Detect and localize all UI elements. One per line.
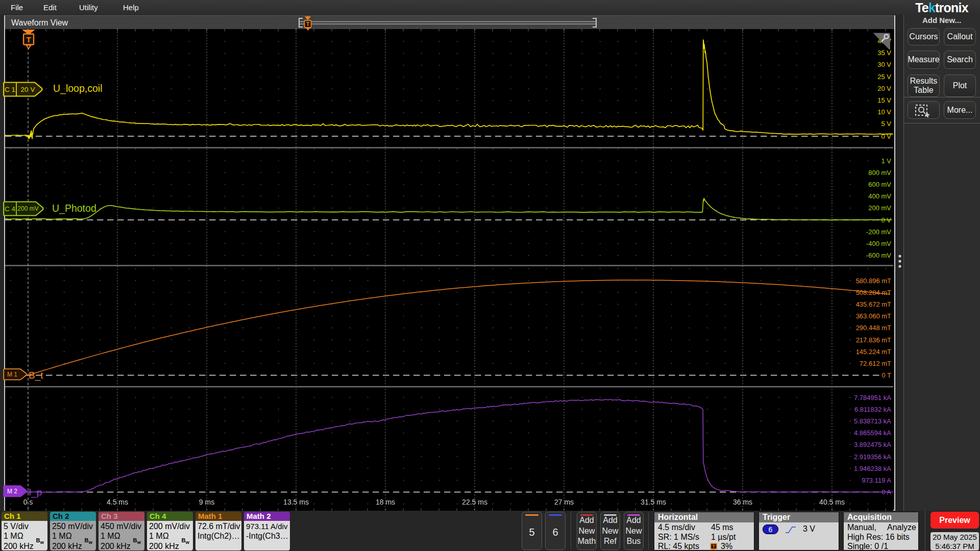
svg-text:72.612 mT: 72.612 mT (860, 360, 891, 367)
svg-text:30 V: 30 V (877, 61, 891, 68)
svg-text:25 V: 25 V (877, 73, 891, 81)
svg-text:2.919356 kA: 2.919356 kA (854, 453, 891, 461)
svg-text:U_Photod: U_Photod (52, 203, 96, 214)
svg-text:T: T (712, 544, 715, 549)
svg-text:600 mV: 600 mV (868, 181, 891, 188)
svg-text:18 ms: 18 ms (376, 498, 395, 506)
svg-text:200 mV: 200 mV (17, 205, 38, 212)
svg-text:3.892475 kA: 3.892475 kA (854, 441, 891, 448)
svg-text:10 V: 10 V (877, 108, 891, 116)
svg-text:31.5 ms: 31.5 ms (641, 498, 666, 506)
svg-text:20 V: 20 V (877, 85, 891, 92)
svg-text:4.5 ms: 4.5 ms (107, 498, 128, 506)
svg-text:M 2: M 2 (7, 488, 17, 495)
svg-text:T: T (306, 21, 310, 27)
svg-text:27 ms: 27 ms (554, 498, 574, 506)
svg-text:217.836 mT: 217.836 mT (856, 336, 891, 344)
svg-text:-400 mV: -400 mV (866, 240, 891, 247)
svg-text:6.811832 kA: 6.811832 kA (854, 406, 891, 413)
svg-text:13.5 ms: 13.5 ms (283, 498, 309, 506)
svg-text:U_loop,coil: U_loop,coil (53, 83, 102, 94)
svg-text:290.448 mT: 290.448 mT (856, 324, 891, 332)
svg-text:C 4: C 4 (5, 205, 16, 213)
svg-text:4.865594 kA: 4.865594 kA (854, 429, 891, 437)
svg-text:400 mV: 400 mV (868, 192, 891, 200)
svg-text:5 V: 5 V (881, 120, 891, 128)
svg-text:7.784951 kA: 7.784951 kA (854, 394, 891, 402)
svg-text:M 1: M 1 (7, 371, 17, 378)
svg-text:36 ms: 36 ms (733, 498, 752, 506)
svg-text:580.896 mT: 580.896 mT (856, 277, 891, 285)
svg-text:973.119 A: 973.119 A (862, 477, 891, 484)
svg-text:22.5 ms: 22.5 ms (462, 498, 487, 506)
svg-text:40.5 ms: 40.5 ms (819, 498, 845, 506)
svg-text:363.060 mT: 363.060 mT (856, 312, 891, 320)
svg-text:145.224 mT: 145.224 mT (856, 348, 891, 356)
svg-text:20 V: 20 V (21, 86, 35, 93)
svg-text:B_t: B_t (29, 370, 43, 381)
svg-text:15 V: 15 V (877, 96, 891, 104)
svg-text:0 T: 0 T (881, 371, 891, 379)
svg-text:435.672 mT: 435.672 mT (856, 300, 891, 308)
svg-text:T: T (26, 35, 31, 44)
svg-text:35 V: 35 V (877, 49, 891, 57)
svg-text:800 mV: 800 mV (868, 169, 891, 177)
svg-text:-600 mV: -600 mV (866, 252, 891, 259)
svg-text:9 ms: 9 ms (199, 498, 214, 506)
svg-text:I_p: I_p (29, 487, 42, 498)
svg-text:200 mV: 200 mV (868, 204, 891, 212)
svg-text:1.946238 kA: 1.946238 kA (854, 465, 891, 472)
svg-text:1 V: 1 V (881, 157, 891, 165)
svg-text:-200 mV: -200 mV (866, 228, 891, 236)
svg-text:C 1: C 1 (5, 86, 15, 93)
svg-text:5.838713 kA: 5.838713 kA (854, 417, 891, 425)
